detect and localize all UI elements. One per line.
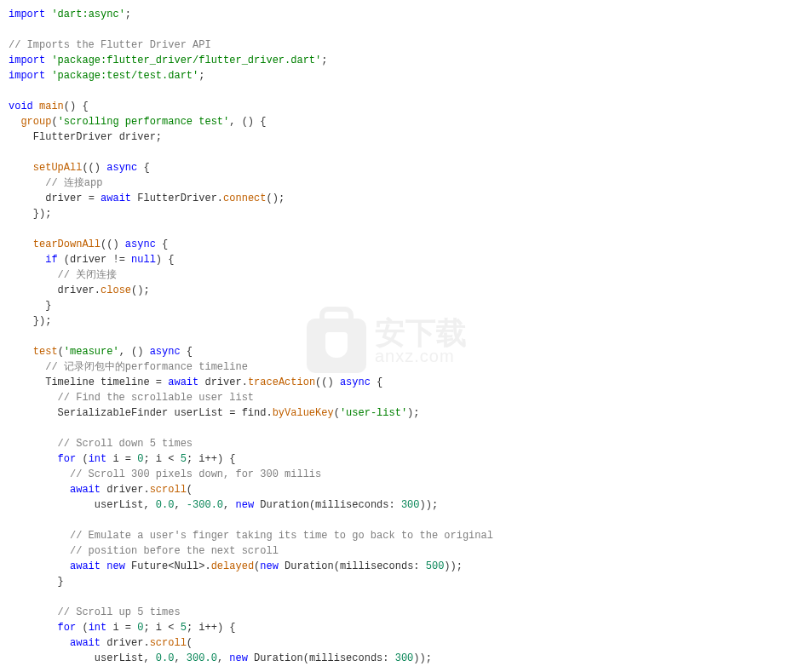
kw-for: for <box>58 622 77 634</box>
kw-new: new <box>260 560 279 572</box>
kw-import: import <box>9 70 45 82</box>
kw-async: async <box>125 238 156 250</box>
comment: // Scroll down 5 times <box>58 438 193 450</box>
fn-setupall: setUpAll <box>33 162 83 174</box>
comment: // Find the scrollable user list <box>58 392 254 404</box>
kw-import: import <box>9 55 45 66</box>
fn-close: close <box>101 284 131 296</box>
txt: userList, <box>95 499 156 511</box>
comment: // Emulate a user's finger taking its ti… <box>70 530 493 542</box>
txt: i = <box>106 453 137 465</box>
txt: Duration(milliseconds: <box>254 499 401 511</box>
comment: // Scroll up 5 times <box>58 606 181 618</box>
txt: driver. <box>101 484 150 496</box>
kw-await: await <box>70 560 101 572</box>
str: 'package:flutter_driver/flutter_driver.d… <box>51 55 321 66</box>
num: 300.0 <box>187 652 217 664</box>
num: 300 <box>401 499 420 511</box>
kw-null: null <box>131 254 156 266</box>
num: 300 <box>395 652 414 664</box>
str: 'user-list' <box>340 407 407 419</box>
num: 0.0 <box>156 499 175 511</box>
fn-delayed: delayed <box>211 560 254 572</box>
kw-await: await <box>70 484 101 496</box>
kw-async: async <box>150 346 181 358</box>
txt: Timeline timeline = <box>45 376 168 388</box>
kw-new: new <box>106 560 125 572</box>
comment: // 连接app <box>45 177 102 189</box>
txt: ; i < <box>143 453 180 465</box>
txt: driver. <box>198 376 248 388</box>
comment: // 记录闭包中的performance timeline <box>45 361 248 373</box>
fn-test: test <box>33 346 58 358</box>
fn-teardownall: tearDownAll <box>33 238 101 250</box>
num: 500 <box>426 560 445 572</box>
txt: FlutterDriver. <box>131 192 223 204</box>
txt: , <box>174 499 186 511</box>
str: 'scrolling performance test' <box>58 116 230 128</box>
comment: // Imports the Flutter Driver API <box>9 39 211 51</box>
txt: (driver != <box>58 254 131 266</box>
num: -300.0 <box>187 499 223 511</box>
fn-traceaction: traceAction <box>248 376 315 388</box>
kw-await: await <box>101 192 131 204</box>
comment: // position before the next scroll <box>70 545 279 557</box>
fn-group: group <box>20 116 51 128</box>
num: 5 <box>181 622 187 634</box>
txt: ( <box>76 453 88 465</box>
comment: // 关闭连接 <box>58 269 118 281</box>
code-block: import 'dart:async'; // Imports the Flut… <box>9 7 796 666</box>
comment: // Scroll 300 pixels down, for 300 milli… <box>70 468 321 480</box>
str: 'package:test/test.dart' <box>51 70 198 82</box>
num: 0 <box>137 622 143 634</box>
kw-async: async <box>340 376 371 388</box>
fn-connect: connect <box>223 192 266 204</box>
txt: SerializableFinder userList = find. <box>58 407 273 419</box>
kw-await: await <box>70 637 101 649</box>
txt: driver. <box>58 284 101 296</box>
kw-void: void <box>9 101 33 112</box>
kw-int: int <box>89 622 107 634</box>
str: 'dart:async' <box>51 9 124 20</box>
num: 5 <box>181 453 187 465</box>
kw-await: await <box>168 376 198 388</box>
txt: userList, <box>95 652 156 664</box>
kw-for: for <box>58 453 77 465</box>
decl: FlutterDriver driver; <box>33 131 162 143</box>
kw-if: if <box>45 254 57 266</box>
txt: , <box>223 499 235 511</box>
txt: ; i++) { <box>187 453 236 465</box>
txt: driver = <box>45 192 101 204</box>
fn-scroll: scroll <box>150 637 187 649</box>
txt: Future<Null>. <box>125 560 211 572</box>
txt: Duration(milliseconds: <box>279 560 426 572</box>
txt: Duration(milliseconds: <box>248 652 395 664</box>
kw-new: new <box>235 499 254 511</box>
fn-scroll: scroll <box>150 484 187 496</box>
kw-import: import <box>9 9 45 20</box>
str: 'measure' <box>64 346 119 358</box>
num: 0.0 <box>156 652 175 664</box>
fn-main: main <box>39 101 64 112</box>
kw-async: async <box>106 162 137 174</box>
kw-new: new <box>229 652 248 664</box>
txt: driver. <box>101 637 150 649</box>
fn-byvaluekey: byValueKey <box>273 407 334 419</box>
kw-int: int <box>89 453 107 465</box>
